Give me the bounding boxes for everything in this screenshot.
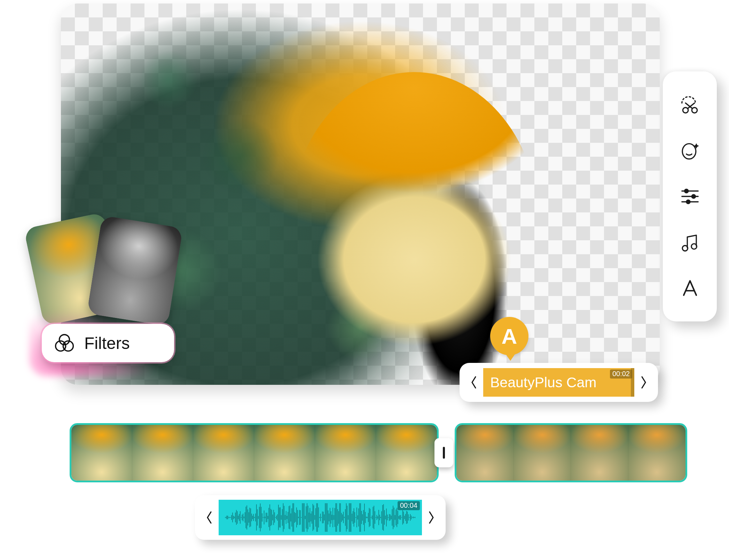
beautify-face-tool-icon xyxy=(679,140,701,161)
text-clip-badge-pointer xyxy=(504,352,517,361)
audio-clip-trim-left[interactable] xyxy=(200,504,219,531)
cutout-tool-button[interactable] xyxy=(674,89,706,120)
chevron-left-icon xyxy=(204,511,214,524)
text-clip-badge[interactable]: A xyxy=(490,317,528,355)
chevron-right-icon xyxy=(639,375,649,389)
filters-icon xyxy=(54,333,75,353)
text-clip-badge-letter: A xyxy=(502,324,517,349)
handle-grip-icon xyxy=(443,447,445,459)
text-clip-bar[interactable]: BeautyPlus Cam 00:02 xyxy=(460,363,658,402)
text-tool-icon xyxy=(679,277,701,299)
timeline-frame xyxy=(571,425,628,481)
timeline-clip-1[interactable] xyxy=(70,423,439,482)
video-timeline[interactable] xyxy=(70,423,689,482)
timeline-frame xyxy=(514,425,571,481)
filter-thumbnail-bw[interactable] xyxy=(87,215,183,326)
timeline-frame xyxy=(132,425,193,481)
timeline-clip-2[interactable] xyxy=(455,423,687,482)
chevron-left-icon xyxy=(469,375,479,389)
timeline-frame xyxy=(628,425,686,481)
timeline-frame xyxy=(254,425,315,481)
side-tool-toolbar xyxy=(663,71,717,321)
svg-point-6 xyxy=(692,195,695,198)
audio-clip-duration: 00:04 xyxy=(398,501,420,510)
timeline-frame xyxy=(71,425,132,481)
music-tool-icon xyxy=(679,232,701,253)
text-clip-title: BeautyPlus Cam xyxy=(490,374,596,391)
chevron-right-icon xyxy=(426,511,436,524)
filters-label: Filters xyxy=(84,334,130,353)
timeline-frame xyxy=(376,425,437,481)
beautify-tool-button[interactable] xyxy=(674,135,706,166)
svg-point-4 xyxy=(684,189,688,193)
cutout-tool-icon xyxy=(679,94,701,116)
adjust-sliders-tool-icon xyxy=(679,186,701,207)
timeline-frame xyxy=(456,425,514,481)
text-clip-trim-left[interactable] xyxy=(464,369,483,396)
adjust-tool-button[interactable] xyxy=(674,181,706,212)
filters-button[interactable]: Filters xyxy=(42,324,174,362)
text-tool-button[interactable] xyxy=(674,272,706,304)
text-clip-trim-right[interactable] xyxy=(634,369,653,396)
svg-point-8 xyxy=(686,200,690,203)
timeline-transition-handle[interactable] xyxy=(434,438,453,467)
text-clip-body[interactable]: BeautyPlus Cam 00:02 xyxy=(483,368,634,397)
timeline-frame xyxy=(315,425,376,481)
music-tool-button[interactable] xyxy=(674,227,706,258)
audio-clip-body[interactable]: 00:04 xyxy=(219,500,422,535)
audio-waveform-icon xyxy=(225,503,416,532)
timeline-frame xyxy=(193,425,254,481)
text-clip-end-marker xyxy=(631,368,634,397)
text-clip-duration: 00:02 xyxy=(610,370,632,379)
audio-clip-bar[interactable]: 00:04 xyxy=(195,495,446,540)
audio-clip-trim-right[interactable] xyxy=(422,504,441,531)
